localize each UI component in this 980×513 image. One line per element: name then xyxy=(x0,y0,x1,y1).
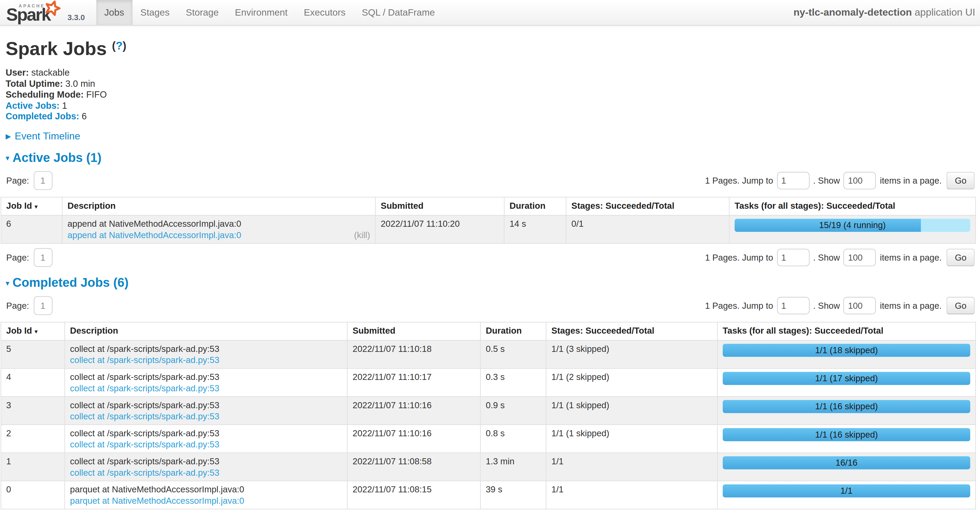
active-jobs-pagination-top: Page: 1 Pages. Jump to . Show items in a… xyxy=(6,171,974,190)
description-line2: collect at /spark-scripts/spark-ad.py:53 xyxy=(70,467,342,478)
submitted-cell: 2022/11/07 11:10:20 xyxy=(375,215,504,243)
column-header-label: Duration xyxy=(509,200,546,211)
page-number-input[interactable] xyxy=(33,248,52,267)
jump-to-page-input[interactable] xyxy=(777,297,809,314)
items-per-page-input[interactable] xyxy=(844,249,876,266)
event-timeline-toggle[interactable]: ▶Event Timeline xyxy=(6,131,974,142)
column-header[interactable]: Job Id▾ xyxy=(1,197,62,215)
tasks-cell: 1/1 (18 skipped) xyxy=(718,340,976,368)
description-line2: append at NativeMethodAccessorImpl.java:… xyxy=(67,229,370,241)
tab-storage[interactable]: Storage xyxy=(178,0,227,25)
duration-cell: 0.8 s xyxy=(480,425,546,453)
spark-logo-icon: APACHE Spark xyxy=(6,0,67,24)
summary-item: Scheduling Mode:FIFO xyxy=(6,89,974,100)
page-content: Spark Jobs (?) User:stackableTotal Uptim… xyxy=(0,38,980,513)
description-line2: collect at /spark-scripts/spark-ad.py:53 xyxy=(70,354,342,365)
top-navbar: APACHE Spark 3.3.0 JobsStagesStorageEnvi… xyxy=(0,0,980,25)
stages-cell: 0/1 xyxy=(566,215,729,243)
column-header[interactable]: Description xyxy=(62,197,375,215)
description-text: collect at /spark-scripts/spark-ad.py:53 xyxy=(70,456,342,467)
column-header[interactable]: Duration xyxy=(504,197,566,215)
summary-label-link[interactable]: Completed Jobs: xyxy=(6,111,79,121)
items-per-page-input[interactable] xyxy=(844,297,876,314)
description-link[interactable]: collect at /spark-scripts/spark-ad.py:53 xyxy=(70,439,220,450)
column-header[interactable]: Description xyxy=(65,322,347,340)
table-row: 6append at NativeMethodAccessorImpl.java… xyxy=(1,215,976,243)
table-row: 5collect at /spark-scripts/spark-ad.py:5… xyxy=(1,340,976,368)
column-header[interactable]: Tasks (for all stages): Succeeded/Total xyxy=(729,197,976,215)
items-in-page-text: items in a page. xyxy=(880,176,942,186)
progress-label: 1/1 xyxy=(723,484,970,498)
table-header-row: Job Id▾DescriptionSubmittedDurationStage… xyxy=(1,322,976,340)
duration-cell: 14 s xyxy=(504,215,566,243)
column-header-label: Tasks (for all stages): Succeeded/Total xyxy=(723,326,883,336)
summary-label: Total Uptime: xyxy=(6,79,63,89)
tab-sql-dataframe[interactable]: SQL / DataFrame xyxy=(353,0,443,25)
description-line2: collect at /spark-scripts/spark-ad.py:53 xyxy=(70,383,342,394)
tab-environment[interactable]: Environment xyxy=(227,0,296,25)
tasks-cell: 16/16 xyxy=(718,453,976,481)
column-header[interactable]: Submitted xyxy=(375,197,504,215)
tasks-progress-bar: 15/19 (4 running) xyxy=(735,219,970,232)
tasks-cell: 1/1 (16 skipped) xyxy=(718,425,976,453)
show-text: . Show xyxy=(813,253,840,262)
items-per-page-input[interactable] xyxy=(844,172,876,189)
spark-version: 3.3.0 xyxy=(67,13,85,22)
page-number-input[interactable] xyxy=(33,296,52,315)
pages-jump-text: 1 Pages. Jump to xyxy=(705,176,773,186)
page-number-input[interactable] xyxy=(33,171,52,190)
question-mark-icon: ? xyxy=(116,40,123,52)
description-link[interactable]: append at NativeMethodAccessorImpl.java:… xyxy=(67,229,241,241)
column-header-label: Duration xyxy=(486,326,522,336)
description-text: collect at /spark-scripts/spark-ad.py:53 xyxy=(70,427,342,439)
summary-label-link[interactable]: Active Jobs: xyxy=(6,100,60,111)
duration-cell: 0.9 s xyxy=(480,397,546,425)
description-text: collect at /spark-scripts/spark-ad.py:53 xyxy=(70,371,342,383)
stages-cell: 1/1 xyxy=(546,481,717,509)
description-text: append at NativeMethodAccessorImpl.java:… xyxy=(67,218,370,229)
completed-jobs-heading[interactable]: ▾Completed Jobs (6) xyxy=(6,276,974,292)
column-header-label: Tasks (for all stages): Succeeded/Total xyxy=(735,200,895,211)
page-label: Page: xyxy=(6,300,29,311)
submitted-cell: 2022/11/07 11:08:58 xyxy=(347,453,480,481)
column-header[interactable]: Submitted xyxy=(347,322,480,340)
summary-item: Completed Jobs:6 xyxy=(6,111,974,122)
active-jobs-heading[interactable]: ▾Active Jobs (1) xyxy=(6,151,974,167)
table-row: 1collect at /spark-scripts/spark-ad.py:5… xyxy=(1,453,976,481)
kill-link[interactable]: (kill) xyxy=(354,229,370,241)
column-header[interactable]: Job Id▾ xyxy=(1,322,65,340)
items-in-page-text: items in a page. xyxy=(880,253,942,262)
table-row: 0parquet at NativeMethodAccessorImpl.jav… xyxy=(1,481,976,509)
go-button[interactable]: Go xyxy=(947,297,975,314)
description-link[interactable]: parquet at NativeMethodAccessorImpl.java… xyxy=(70,495,244,507)
description-link[interactable]: collect at /spark-scripts/spark-ad.py:53 xyxy=(70,411,220,422)
tab-executors[interactable]: Executors xyxy=(296,0,353,25)
summary-label: User: xyxy=(6,67,29,78)
jump-to-page-input[interactable] xyxy=(777,249,809,266)
tab-jobs[interactable]: Jobs xyxy=(96,0,132,25)
column-header-label: Stages: Succeeded/Total xyxy=(571,200,675,211)
active-jobs-heading-label: Active Jobs (1) xyxy=(13,151,101,164)
job-id-cell: 6 xyxy=(1,215,62,243)
tasks-progress-bar: 16/16 xyxy=(723,456,970,469)
spark-logo[interactable]: APACHE Spark 3.3.0 xyxy=(6,0,85,24)
description-link[interactable]: collect at /spark-scripts/spark-ad.py:53 xyxy=(70,354,220,365)
summary-item: Active Jobs:1 xyxy=(6,100,974,112)
column-header-label: Submitted xyxy=(381,200,424,211)
tab-stages[interactable]: Stages xyxy=(132,0,178,25)
column-header[interactable]: Tasks (for all stages): Succeeded/Total xyxy=(718,322,976,340)
column-header[interactable]: Stages: Succeeded/Total xyxy=(546,322,717,340)
jump-to-page-input[interactable] xyxy=(777,172,809,189)
go-button[interactable]: Go xyxy=(947,249,975,266)
column-header[interactable]: Stages: Succeeded/Total xyxy=(566,197,729,215)
description-link[interactable]: collect at /spark-scripts/spark-ad.py:53 xyxy=(70,467,220,478)
go-button[interactable]: Go xyxy=(947,172,975,189)
tasks-progress-bar: 1/1 (16 skipped) xyxy=(723,428,970,441)
show-text: . Show xyxy=(813,176,840,186)
description-cell: collect at /spark-scripts/spark-ad.py:53… xyxy=(65,425,347,453)
description-link[interactable]: collect at /spark-scripts/spark-ad.py:53 xyxy=(70,383,220,394)
column-header[interactable]: Duration xyxy=(480,322,546,340)
pages-jump-text: 1 Pages. Jump to xyxy=(705,253,773,262)
help-tooltip[interactable]: (?) xyxy=(112,40,126,52)
page-label: Page: xyxy=(6,176,29,186)
